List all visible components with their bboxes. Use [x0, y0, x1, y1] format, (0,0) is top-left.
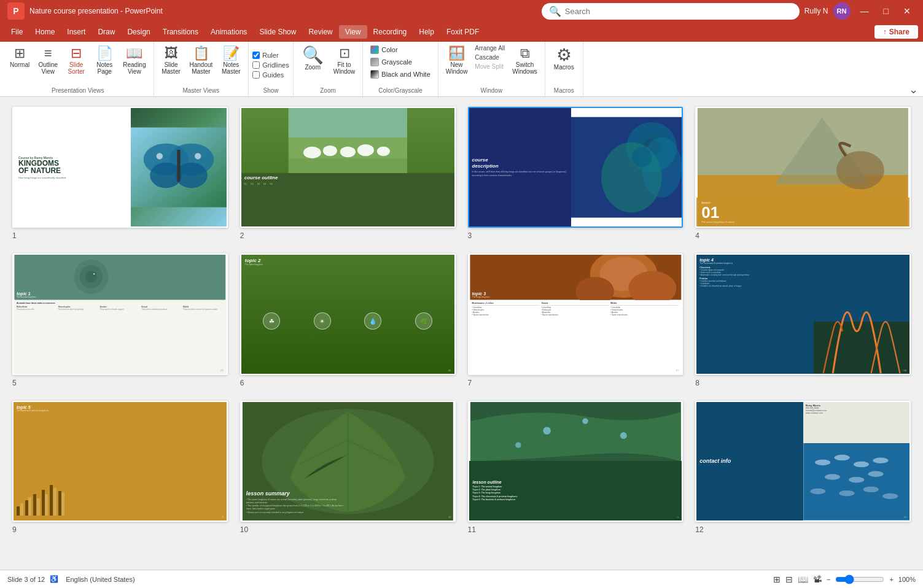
cascade-button[interactable]: Cascade: [472, 53, 507, 61]
menu-foxit[interactable]: Foxit PDF: [440, 25, 485, 39]
slide-master-button[interactable]: 🖼 SlideMaster: [158, 44, 185, 77]
slide-item-11[interactable]: lesson outline Topic 1: The animal kingd…: [468, 401, 683, 535]
reading-view-button[interactable]: 📖 ReadingView: [119, 44, 149, 77]
slide-item-1[interactable]: Course by Remy Morris KINGDOMSOF NATURE …: [12, 107, 228, 241]
share-button[interactable]: ↑ Share: [874, 25, 918, 39]
outline-view-button[interactable]: ≡ OutlineView: [34, 44, 61, 77]
svg-point-56: [868, 471, 883, 477]
slide-item-3[interactable]: coursedescription In this course, we'll …: [468, 107, 683, 241]
normal-view-status-button[interactable]: ⊞: [773, 574, 781, 584]
slide-thumb-3[interactable]: coursedescription In this course, we'll …: [468, 107, 683, 228]
maximize-button[interactable]: □: [879, 4, 894, 18]
slide-thumb-5[interactable]: topic 1 The animal kingdom Animals have …: [12, 253, 228, 374]
menu-home[interactable]: Home: [29, 25, 61, 39]
menu-view[interactable]: View: [339, 25, 367, 39]
svg-rect-15: [288, 108, 407, 137]
search-input[interactable]: [565, 7, 792, 16]
svg-rect-5: [177, 150, 180, 182]
grayscale-button[interactable]: Grayscale: [367, 56, 416, 68]
guides-checkbox[interactable]: Guides: [252, 71, 284, 79]
presentation-views-label: Presentation Views: [52, 87, 104, 94]
ribbon: ⊞ Normal ≡ OutlineView ⊟ SlideSorter 📄 N…: [0, 42, 923, 97]
slide-item-5[interactable]: topic 1 The animal kingdom Animals have …: [12, 253, 228, 388]
slide-thumb-6[interactable]: topic 2 The plant kingdom ☘ ☀ 💧 🌿 06: [240, 253, 456, 374]
svg-point-57: [810, 489, 825, 494]
language-info: English (United States): [66, 576, 135, 583]
slide-number-10: 10: [240, 524, 456, 535]
menu-design[interactable]: Design: [121, 25, 156, 39]
menu-transitions[interactable]: Transitions: [157, 25, 204, 39]
svg-point-53: [873, 458, 888, 463]
search-bar[interactable]: 🔍: [542, 3, 800, 20]
zoom-icon: 🔍: [302, 47, 324, 64]
zoom-label: Zoom: [320, 87, 336, 94]
menu-file[interactable]: File: [5, 25, 29, 39]
menu-help[interactable]: Help: [413, 25, 440, 39]
master-views-label: Master Views: [182, 87, 219, 94]
slide-sorter-button[interactable]: ⊟ SlideSorter: [63, 44, 90, 77]
slide-thumb-9[interactable]: topic 5 The bacteria & archaea kingdoms: [12, 401, 228, 522]
presentation-views-group: ⊞ Normal ≡ OutlineView ⊟ SlideSorter 📄 N…: [2, 42, 154, 96]
slide-sorter-status-button[interactable]: ⊟: [785, 574, 793, 584]
new-window-icon: 🪟: [448, 47, 465, 60]
close-button[interactable]: ✕: [898, 4, 916, 18]
move-split-button[interactable]: Move Split: [472, 63, 507, 71]
gridlines-checkbox[interactable]: Gridlines: [252, 61, 289, 69]
slide-thumb-7[interactable]: topic 3 The fungi kingdom Mushrooms + Li…: [468, 253, 683, 374]
menu-animations[interactable]: Animations: [204, 25, 253, 39]
slide-item-12[interactable]: contact info Remy Morris 206-555-0146 rm…: [695, 401, 911, 535]
slide-item-6[interactable]: topic 2 The plant kingdom ☘ ☀ 💧 🌿 06: [240, 253, 456, 388]
slide-info: Slide 3 of 12: [7, 576, 45, 583]
slide-thumb-2[interactable]: course outline 01 02 03 04 05: [240, 107, 456, 228]
menu-draw[interactable]: Draw: [92, 25, 121, 39]
slide-thumb-4[interactable]: lesson 01 The seven kingdoms of nature: [695, 107, 911, 228]
black-white-button[interactable]: Black and White: [367, 69, 434, 80]
menu-recording[interactable]: Recording: [367, 25, 413, 39]
zoom-button[interactable]: 🔍 Zoom: [297, 44, 329, 73]
slide-thumb-10[interactable]: lesson summary • The seven kingdoms of n…: [240, 401, 456, 522]
svg-point-54: [824, 474, 839, 479]
slide-number-7: 7: [468, 377, 683, 389]
menu-review[interactable]: Review: [302, 25, 338, 39]
zoom-out-button[interactable]: −: [827, 576, 830, 583]
color-button[interactable]: Color: [367, 44, 401, 55]
arrange-all-button[interactable]: Arrange All: [472, 44, 507, 52]
svg-rect-14: [288, 158, 407, 173]
svg-point-7: [195, 153, 201, 159]
search-icon: 🔍: [549, 6, 561, 17]
new-window-button[interactable]: 🪟 NewWindow: [442, 44, 472, 77]
svg-rect-39: [470, 255, 681, 300]
slide-thumb-1[interactable]: Course by Remy Morris KINGDOMSOF NATURE …: [12, 107, 228, 228]
macros-label: Macros: [554, 87, 574, 94]
slide-item-2[interactable]: course outline 01 02 03 04 05 2: [240, 107, 456, 241]
slide-item-7[interactable]: topic 3 The fungi kingdom Mushrooms + Li…: [468, 253, 683, 388]
fit-to-window-button[interactable]: ⊡ Fit toWindow: [330, 44, 359, 77]
notes-page-button[interactable]: 📄 NotesPage: [91, 44, 118, 77]
slide-item-8[interactable]: topic 4 The chromista & protista kingdom…: [695, 253, 911, 388]
handout-master-button[interactable]: 📋 HandoutMaster: [186, 44, 217, 77]
menu-slideshow[interactable]: Slide Show: [253, 25, 302, 39]
ruler-checkbox[interactable]: Ruler: [252, 52, 278, 59]
presenter-view-status-button[interactable]: 📽: [813, 574, 822, 584]
reading-view-status-button[interactable]: 📖: [798, 574, 808, 584]
slide-number-12: 12: [695, 524, 911, 535]
slide-thumb-12[interactable]: contact info Remy Morris 206-555-0146 rm…: [695, 401, 911, 522]
color-grayscale-label: Color/Grayscale: [378, 87, 423, 94]
slide-thumb-8[interactable]: topic 4 The chromista & protista kingdom…: [695, 253, 911, 374]
zoom-in-button[interactable]: +: [889, 576, 893, 583]
minimize-button[interactable]: —: [855, 4, 874, 18]
normal-view-button[interactable]: ⊞ Normal: [6, 44, 33, 71]
slide-item-4[interactable]: lesson 01 The seven kingdoms of nature 4: [695, 107, 911, 241]
ribbon-expand-button[interactable]: ⌄: [909, 83, 918, 96]
notes-master-button[interactable]: 📝 NotesMaster: [217, 44, 244, 77]
slide-number-9: 9: [12, 524, 228, 535]
switch-windows-button[interactable]: ⧉ SwitchWindows: [508, 44, 541, 77]
slide-item-10[interactable]: lesson summary • The seven kingdoms of n…: [240, 401, 456, 535]
zoom-slider[interactable]: [835, 574, 884, 584]
slide-item-9[interactable]: topic 5 The bacteria & archaea kingdoms: [12, 401, 228, 535]
macros-button[interactable]: ⚙ Macros: [549, 44, 579, 73]
slide-thumb-11[interactable]: lesson outline Topic 1: The animal kingd…: [468, 401, 683, 522]
menu-insert[interactable]: Insert: [61, 25, 92, 39]
slide-sorter-area[interactable]: Course by Remy Morris KINGDOMSOF NATURE …: [0, 97, 923, 570]
macros-icon: ⚙: [556, 47, 572, 64]
